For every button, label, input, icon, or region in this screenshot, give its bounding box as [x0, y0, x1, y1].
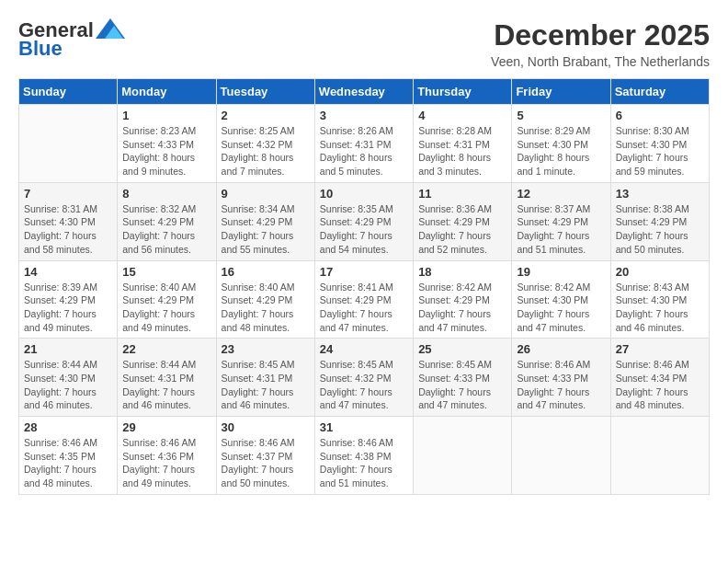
weekday-header-thursday: Thursday: [414, 79, 512, 105]
day-info: Sunrise: 8:37 AM Sunset: 4:29 PM Dayligh…: [517, 202, 605, 257]
day-number: 29: [122, 420, 210, 434]
location: Veen, North Brabant, The Netherlands: [491, 54, 710, 69]
calendar-cell: 28Sunrise: 8:46 AM Sunset: 4:35 PM Dayli…: [19, 417, 118, 495]
day-number: 21: [24, 342, 112, 356]
week-row-4: 21Sunrise: 8:44 AM Sunset: 4:30 PM Dayli…: [19, 339, 710, 417]
calendar-cell: 13Sunrise: 8:38 AM Sunset: 4:29 PM Dayli…: [610, 182, 709, 260]
day-info: Sunrise: 8:40 AM Sunset: 4:29 PM Dayligh…: [222, 281, 310, 335]
day-number: 20: [616, 265, 704, 279]
calendar-cell: 3Sunrise: 8:26 AM Sunset: 4:31 PM Daylig…: [314, 105, 413, 183]
weekday-header-friday: Friday: [512, 79, 610, 105]
day-number: 2: [222, 109, 310, 122]
calendar-cell: 1Sunrise: 8:23 AM Sunset: 4:33 PM Daylig…: [118, 105, 216, 183]
calendar-cell: 4Sunrise: 8:28 AM Sunset: 4:31 PM Daylig…: [414, 105, 512, 183]
day-info: Sunrise: 8:25 AM Sunset: 4:32 PM Dayligh…: [222, 124, 310, 178]
day-number: 25: [418, 342, 506, 356]
week-row-3: 14Sunrise: 8:39 AM Sunset: 4:29 PM Dayli…: [19, 260, 710, 339]
logo: General Blue: [18, 18, 125, 61]
calendar-cell: 11Sunrise: 8:36 AM Sunset: 4:29 PM Dayli…: [414, 182, 512, 260]
day-number: 26: [517, 342, 605, 356]
week-row-5: 28Sunrise: 8:46 AM Sunset: 4:35 PM Dayli…: [19, 417, 710, 495]
calendar-cell: 15Sunrise: 8:40 AM Sunset: 4:29 PM Dayli…: [118, 260, 216, 339]
day-number: 28: [24, 420, 112, 434]
calendar-cell: 5Sunrise: 8:29 AM Sunset: 4:30 PM Daylig…: [512, 105, 610, 183]
day-number: 10: [320, 187, 408, 201]
day-info: Sunrise: 8:42 AM Sunset: 4:29 PM Dayligh…: [418, 281, 506, 335]
calendar-cell: 29Sunrise: 8:46 AM Sunset: 4:36 PM Dayli…: [118, 417, 216, 495]
calendar-cell: 16Sunrise: 8:40 AM Sunset: 4:29 PM Dayli…: [216, 260, 314, 339]
week-row-1: 1Sunrise: 8:23 AM Sunset: 4:33 PM Daylig…: [19, 105, 710, 183]
day-number: 6: [616, 109, 704, 122]
day-number: 3: [320, 109, 408, 122]
day-info: Sunrise: 8:30 AM Sunset: 4:30 PM Dayligh…: [616, 124, 704, 178]
day-info: Sunrise: 8:44 AM Sunset: 4:31 PM Dayligh…: [122, 358, 210, 412]
day-number: 1: [122, 109, 210, 122]
day-number: 27: [616, 342, 704, 356]
calendar-cell: 8Sunrise: 8:32 AM Sunset: 4:29 PM Daylig…: [118, 182, 216, 260]
weekday-header-wednesday: Wednesday: [314, 79, 413, 105]
weekday-header-row: SundayMondayTuesdayWednesdayThursdayFrid…: [19, 79, 710, 105]
day-number: 13: [616, 187, 704, 201]
week-row-2: 7Sunrise: 8:31 AM Sunset: 4:30 PM Daylig…: [19, 182, 710, 260]
calendar-cell: 2Sunrise: 8:25 AM Sunset: 4:32 PM Daylig…: [216, 105, 314, 183]
calendar-cell: 19Sunrise: 8:42 AM Sunset: 4:30 PM Dayli…: [512, 260, 610, 339]
calendar-cell: 18Sunrise: 8:42 AM Sunset: 4:29 PM Dayli…: [414, 260, 512, 339]
day-number: 5: [517, 109, 605, 122]
day-info: Sunrise: 8:46 AM Sunset: 4:34 PM Dayligh…: [616, 358, 704, 412]
logo-blue: Blue: [18, 37, 63, 61]
day-number: 15: [122, 265, 210, 279]
day-number: 23: [222, 342, 310, 356]
day-info: Sunrise: 8:31 AM Sunset: 4:30 PM Dayligh…: [24, 202, 112, 257]
calendar-cell: 23Sunrise: 8:45 AM Sunset: 4:31 PM Dayli…: [216, 339, 314, 417]
day-info: Sunrise: 8:28 AM Sunset: 4:31 PM Dayligh…: [418, 124, 506, 178]
day-number: 12: [517, 187, 605, 201]
day-info: Sunrise: 8:46 AM Sunset: 4:35 PM Dayligh…: [24, 436, 112, 490]
day-info: Sunrise: 8:23 AM Sunset: 4:33 PM Dayligh…: [122, 124, 210, 178]
day-number: 24: [320, 342, 408, 356]
calendar-cell: 26Sunrise: 8:46 AM Sunset: 4:33 PM Dayli…: [512, 339, 610, 417]
calendar-cell: 24Sunrise: 8:45 AM Sunset: 4:32 PM Dayli…: [314, 339, 413, 417]
day-info: Sunrise: 8:36 AM Sunset: 4:29 PM Dayligh…: [418, 202, 506, 257]
weekday-header-tuesday: Tuesday: [216, 79, 314, 105]
calendar-cell: [610, 417, 709, 495]
day-number: 19: [517, 265, 605, 279]
day-number: 14: [24, 265, 112, 279]
day-info: Sunrise: 8:46 AM Sunset: 4:37 PM Dayligh…: [222, 436, 310, 490]
calendar-cell: 6Sunrise: 8:30 AM Sunset: 4:30 PM Daylig…: [610, 105, 709, 183]
calendar-cell: 20Sunrise: 8:43 AM Sunset: 4:30 PM Dayli…: [610, 260, 709, 339]
day-info: Sunrise: 8:32 AM Sunset: 4:29 PM Dayligh…: [122, 202, 210, 257]
calendar-cell: 12Sunrise: 8:37 AM Sunset: 4:29 PM Dayli…: [512, 182, 610, 260]
calendar-cell: 25Sunrise: 8:45 AM Sunset: 4:33 PM Dayli…: [414, 339, 512, 417]
page-header: General Blue December 2025 Veen, North B…: [18, 18, 710, 69]
weekday-header-monday: Monday: [118, 79, 216, 105]
day-number: 30: [222, 420, 310, 434]
day-number: 17: [320, 265, 408, 279]
calendar-cell: 17Sunrise: 8:41 AM Sunset: 4:29 PM Dayli…: [314, 260, 413, 339]
day-info: Sunrise: 8:38 AM Sunset: 4:29 PM Dayligh…: [616, 202, 704, 257]
month-year: December 2025: [491, 18, 710, 52]
calendar-cell: 31Sunrise: 8:46 AM Sunset: 4:38 PM Dayli…: [314, 417, 413, 495]
day-info: Sunrise: 8:44 AM Sunset: 4:30 PM Dayligh…: [24, 358, 112, 412]
day-info: Sunrise: 8:35 AM Sunset: 4:29 PM Dayligh…: [320, 202, 408, 257]
day-number: 9: [222, 187, 310, 201]
day-info: Sunrise: 8:34 AM Sunset: 4:29 PM Dayligh…: [222, 202, 310, 257]
logo-icon: [96, 18, 125, 39]
day-info: Sunrise: 8:29 AM Sunset: 4:30 PM Dayligh…: [517, 124, 605, 178]
day-info: Sunrise: 8:41 AM Sunset: 4:29 PM Dayligh…: [320, 281, 408, 335]
day-number: 18: [418, 265, 506, 279]
weekday-header-sunday: Sunday: [19, 79, 118, 105]
day-info: Sunrise: 8:45 AM Sunset: 4:33 PM Dayligh…: [418, 358, 506, 412]
calendar-cell: 30Sunrise: 8:46 AM Sunset: 4:37 PM Dayli…: [216, 417, 314, 495]
calendar-cell: 7Sunrise: 8:31 AM Sunset: 4:30 PM Daylig…: [19, 182, 118, 260]
day-info: Sunrise: 8:40 AM Sunset: 4:29 PM Dayligh…: [122, 281, 210, 335]
day-number: 31: [320, 420, 408, 434]
day-info: Sunrise: 8:39 AM Sunset: 4:29 PM Dayligh…: [24, 281, 112, 335]
day-info: Sunrise: 8:46 AM Sunset: 4:36 PM Dayligh…: [122, 436, 210, 490]
day-number: 7: [24, 187, 112, 201]
calendar-table: SundayMondayTuesdayWednesdayThursdayFrid…: [18, 78, 710, 495]
calendar-cell: [19, 105, 118, 183]
calendar-cell: 14Sunrise: 8:39 AM Sunset: 4:29 PM Dayli…: [19, 260, 118, 339]
day-info: Sunrise: 8:43 AM Sunset: 4:30 PM Dayligh…: [616, 281, 704, 335]
title-block: December 2025 Veen, North Brabant, The N…: [491, 18, 710, 69]
day-info: Sunrise: 8:46 AM Sunset: 4:38 PM Dayligh…: [320, 436, 408, 490]
